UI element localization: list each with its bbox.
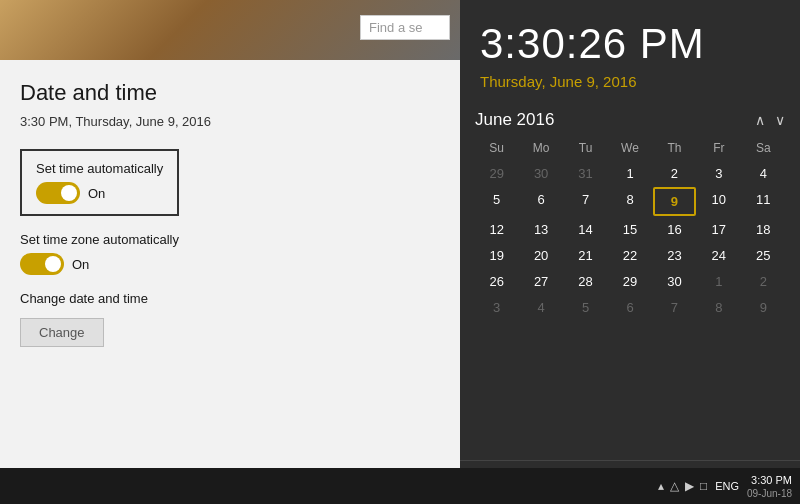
- day-header-su: Su: [475, 138, 518, 160]
- set-time-auto-toggle[interactable]: [36, 182, 80, 204]
- table-row[interactable]: 12: [475, 217, 518, 242]
- set-time-auto-state: On: [88, 186, 105, 201]
- table-row[interactable]: 11: [742, 187, 785, 216]
- calendar-header: June 2016 ∧ ∨: [475, 105, 785, 138]
- table-row[interactable]: 29: [608, 269, 651, 294]
- table-row[interactable]: 23: [653, 243, 696, 268]
- table-row[interactable]: 4: [742, 161, 785, 186]
- day-header-we: We: [608, 138, 651, 160]
- change-button[interactable]: Change: [20, 318, 104, 347]
- clock-display: 3:30:26 PM: [460, 0, 800, 73]
- set-time-auto-row: On: [36, 182, 163, 204]
- left-panel: Find a se Date and time 3:30 PM, Thursda…: [0, 0, 460, 504]
- table-row[interactable]: 27: [519, 269, 562, 294]
- message-icon: □: [700, 479, 707, 493]
- table-row[interactable]: 14: [564, 217, 607, 242]
- change-datetime-block: Change date and time Change: [20, 291, 440, 347]
- table-row[interactable]: 7: [653, 295, 696, 320]
- day-header-fr: Fr: [697, 138, 740, 160]
- table-row[interactable]: 5: [475, 187, 518, 216]
- set-timezone-auto-state: On: [72, 257, 89, 272]
- speaker-icon: ▶: [685, 479, 694, 493]
- search-box[interactable]: Find a se: [360, 15, 450, 40]
- table-row[interactable]: 29: [475, 161, 518, 186]
- page-title: Date and time: [20, 80, 440, 106]
- calendar-container: June 2016 ∧ ∨ Su Mo Tu We Th Fr Sa 29 30…: [460, 105, 800, 460]
- table-row[interactable]: 7: [564, 187, 607, 216]
- taskbar-icons: ▴ △ ▶ □: [658, 479, 707, 493]
- network-icon: ▴: [658, 479, 664, 493]
- day-header-mo: Mo: [519, 138, 562, 160]
- set-timezone-auto-toggle[interactable]: [20, 253, 64, 275]
- table-row[interactable]: 1: [697, 269, 740, 294]
- set-time-auto-label: Set time automatically: [36, 161, 163, 176]
- day-header-th: Th: [653, 138, 696, 160]
- day-header-tu: Tu: [564, 138, 607, 160]
- table-row[interactable]: 1: [608, 161, 651, 186]
- table-row[interactable]: 20: [519, 243, 562, 268]
- table-row[interactable]: 2: [653, 161, 696, 186]
- table-row[interactable]: 5: [564, 295, 607, 320]
- table-row[interactable]: 24: [697, 243, 740, 268]
- calendar-nav-arrows: ∧ ∨: [755, 112, 785, 128]
- table-row[interactable]: 16: [653, 217, 696, 242]
- taskbar-time-block: 3:30 PM 09-Jun-18: [747, 473, 792, 498]
- left-content: Date and time 3:30 PM, Thursday, June 9,…: [0, 60, 460, 504]
- table-row[interactable]: 3: [697, 161, 740, 186]
- set-timezone-auto-label: Set time zone automatically: [20, 232, 440, 247]
- table-row[interactable]: 22: [608, 243, 651, 268]
- table-row[interactable]: 30: [519, 161, 562, 186]
- table-row[interactable]: 19: [475, 243, 518, 268]
- table-row[interactable]: 3: [475, 295, 518, 320]
- table-row[interactable]: 6: [519, 187, 562, 216]
- set-timezone-auto-row: On: [20, 253, 440, 275]
- taskbar-date-bottom: 09-Jun-18: [747, 488, 792, 499]
- table-row[interactable]: 25: [742, 243, 785, 268]
- table-row[interactable]: 2: [742, 269, 785, 294]
- taskbar-time: 3:30 PM: [751, 473, 792, 487]
- table-row[interactable]: 9: [742, 295, 785, 320]
- table-row[interactable]: 21: [564, 243, 607, 268]
- current-datetime: 3:30 PM, Thursday, June 9, 2016: [20, 114, 440, 129]
- table-row[interactable]: 26: [475, 269, 518, 294]
- month-year-title: June 2016: [475, 110, 554, 130]
- day-header-sa: Sa: [742, 138, 785, 160]
- table-row[interactable]: 30: [653, 269, 696, 294]
- table-row[interactable]: 10: [697, 187, 740, 216]
- wifi-icon: △: [670, 479, 679, 493]
- table-row[interactable]: 31: [564, 161, 607, 186]
- calendar-grid: Su Mo Tu We Th Fr Sa 29 30 31 1 2 3 4 5 …: [475, 138, 785, 320]
- table-row[interactable]: 6: [608, 295, 651, 320]
- table-row[interactable]: 8: [608, 187, 651, 216]
- change-datetime-label: Change date and time: [20, 291, 440, 306]
- table-row[interactable]: 28: [564, 269, 607, 294]
- date-display: Thursday, June 9, 2016: [460, 73, 800, 105]
- set-time-auto-block: Set time automatically On: [20, 149, 179, 216]
- taskbar-language: ENG: [715, 480, 739, 492]
- table-row[interactable]: 4: [519, 295, 562, 320]
- table-row[interactable]: 8: [697, 295, 740, 320]
- table-row[interactable]: 18: [742, 217, 785, 242]
- prev-month-arrow[interactable]: ∧: [755, 112, 765, 128]
- next-month-arrow[interactable]: ∨: [775, 112, 785, 128]
- table-row[interactable]: 17: [697, 217, 740, 242]
- taskbar: ▴ △ ▶ □ ENG 3:30 PM 09-Jun-18: [0, 468, 800, 504]
- left-top-bar: Find a se: [0, 0, 460, 60]
- set-timezone-auto-block: Set time zone automatically On: [20, 232, 440, 275]
- table-row[interactable]: 15: [608, 217, 651, 242]
- table-row[interactable]: 13: [519, 217, 562, 242]
- today-cell[interactable]: 9: [653, 187, 696, 216]
- right-panel: 3:30:26 PM Thursday, June 9, 2016 June 2…: [460, 0, 800, 504]
